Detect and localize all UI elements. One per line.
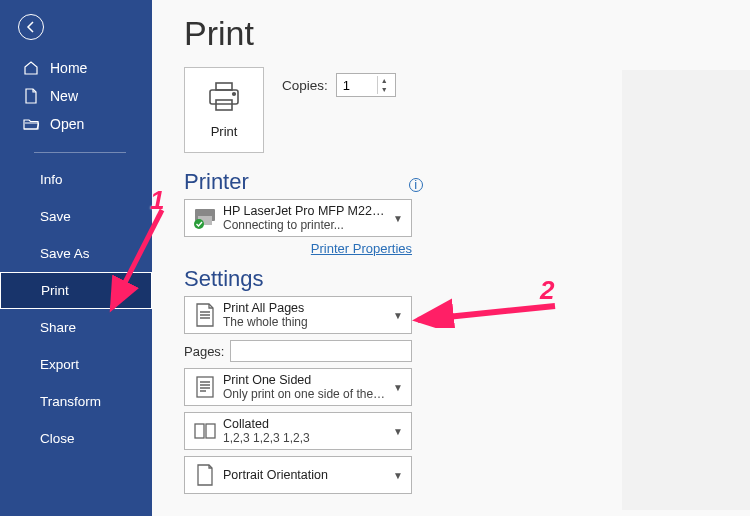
sidebar-item-home[interactable]: Home [0, 54, 152, 82]
sidebar-item-label: Print [41, 283, 69, 298]
printer-icon [206, 81, 242, 116]
info-icon[interactable]: i [409, 178, 423, 192]
collate-selector[interactable]: Collated 1,2,3 1,2,3 1,2,3 ▼ [184, 412, 412, 450]
printer-selector[interactable]: HP LaserJet Pro MFP M225d… Connecting to… [184, 199, 412, 237]
svg-point-6 [194, 219, 204, 229]
sidebar-item-label: Close [40, 431, 75, 446]
copies-spinner[interactable]: ▲▼ [336, 73, 396, 97]
sidebar-item-label: Save [40, 209, 71, 224]
pages-icon [191, 301, 219, 329]
sidebar-item-label: Open [50, 116, 84, 132]
copies-step-buttons[interactable]: ▲▼ [377, 76, 391, 94]
folder-open-icon [22, 115, 40, 133]
sidebar-item-label: Share [40, 320, 76, 335]
svg-rect-7 [197, 377, 213, 397]
print-scope-line2: The whole thing [223, 315, 389, 329]
printer-heading: Printer [184, 169, 249, 195]
printer-name: HP LaserJet Pro MFP M225d… [223, 204, 389, 218]
annotation-callout-2: 2 [540, 275, 554, 306]
sides-selector[interactable]: Print One Sided Only print on one side o… [184, 368, 412, 406]
svg-rect-0 [216, 83, 232, 90]
sidebar-item-export[interactable]: Export [0, 346, 152, 383]
sidebar-item-label: Save As [40, 246, 90, 261]
svg-rect-8 [195, 424, 204, 438]
backstage-sidebar: Home New Open Info Save Save As Print Sh… [0, 0, 152, 516]
printer-properties-link[interactable]: Printer Properties [184, 241, 412, 256]
home-icon [22, 59, 40, 77]
sidebar-item-label: Transform [40, 394, 101, 409]
collate-line1: Collated [223, 417, 389, 431]
sides-line1: Print One Sided [223, 373, 389, 387]
chevron-down-icon: ▼ [389, 310, 407, 321]
chevron-down-icon: ▼ [389, 213, 407, 224]
collated-icon [191, 417, 219, 445]
annotation-callout-1: 1 [150, 185, 164, 216]
collate-line2: 1,2,3 1,2,3 1,2,3 [223, 431, 389, 445]
back-arrow-icon [24, 20, 38, 34]
chevron-down-icon: ▼ [389, 470, 407, 481]
back-button[interactable] [18, 14, 44, 40]
sidebar-item-print[interactable]: Print [0, 272, 152, 309]
sidebar-divider [34, 152, 126, 153]
pages-input[interactable] [230, 340, 412, 362]
sides-line2: Only print on one side of the… [223, 387, 389, 401]
print-preview-area [622, 70, 750, 510]
copies-input[interactable] [337, 74, 377, 96]
sidebar-item-save[interactable]: Save [0, 198, 152, 235]
portrait-icon [191, 461, 219, 489]
page-title: Print [184, 14, 750, 53]
chevron-down-icon: ▼ [389, 426, 407, 437]
sidebar-item-close[interactable]: Close [0, 420, 152, 457]
print-backstage-panel: Print Print Copies: ▲▼ Printer i HP Lase… [152, 0, 750, 516]
sidebar-item-label: Info [40, 172, 63, 187]
sidebar-item-new[interactable]: New [0, 82, 152, 110]
chevron-down-icon: ▼ [389, 382, 407, 393]
sidebar-item-transform[interactable]: Transform [0, 383, 152, 420]
sidebar-item-label: Export [40, 357, 79, 372]
svg-rect-9 [206, 424, 215, 438]
document-icon [22, 87, 40, 105]
settings-heading: Settings [184, 266, 264, 292]
print-scope-line1: Print All Pages [223, 301, 389, 315]
sidebar-item-label: Home [50, 60, 87, 76]
sidebar-item-info[interactable]: Info [0, 161, 152, 198]
print-scope-selector[interactable]: Print All Pages The whole thing ▼ [184, 296, 412, 334]
one-sided-icon [191, 373, 219, 401]
sidebar-item-open[interactable]: Open [0, 110, 152, 138]
chevron-down-icon[interactable]: ▼ [378, 85, 391, 94]
svg-rect-2 [216, 100, 232, 110]
sidebar-item-share[interactable]: Share [0, 309, 152, 346]
print-button-label: Print [211, 124, 238, 139]
sidebar-item-save-as[interactable]: Save As [0, 235, 152, 272]
svg-point-3 [233, 93, 236, 96]
printer-status: Connecting to printer... [223, 218, 389, 232]
pages-label: Pages: [184, 344, 224, 359]
orientation-line1: Portrait Orientation [223, 468, 389, 482]
orientation-selector[interactable]: Portrait Orientation ▼ [184, 456, 412, 494]
printer-ready-icon [191, 204, 219, 232]
print-button[interactable]: Print [184, 67, 264, 153]
copies-label: Copies: [282, 78, 328, 93]
sidebar-item-label: New [50, 88, 78, 104]
chevron-up-icon[interactable]: ▲ [378, 76, 391, 85]
